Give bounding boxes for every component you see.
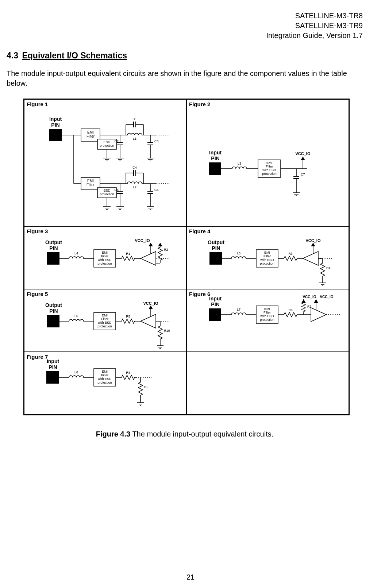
svg-text:L8: L8 — [74, 370, 78, 374]
svg-text:VCC_IO: VCC_IO — [135, 238, 150, 243]
figure-3-svg: Output PIN L4 EMI Filter with ESD protec… — [24, 227, 186, 289]
svg-text:L6: L6 — [74, 314, 78, 318]
svg-text:EMI: EMI — [87, 130, 94, 134]
svg-rect-114 — [209, 252, 222, 265]
svg-text:Output: Output — [208, 239, 224, 245]
header-line-3: Integration Guide, Version 1.7 — [7, 31, 363, 41]
svg-text:C4: C4 — [132, 166, 137, 169]
svg-text:Filter: Filter — [263, 311, 271, 314]
svg-marker-129 — [311, 243, 315, 246]
svg-text:EMI: EMI — [264, 307, 270, 311]
svg-text:PIN: PIN — [212, 245, 220, 251]
svg-text:with ESD: with ESD — [97, 377, 112, 381]
svg-text:with ESD: with ESD — [260, 314, 274, 318]
intro-paragraph: The module input-output equivalent circu… — [7, 69, 363, 88]
svg-text:protection: protection — [100, 192, 114, 196]
svg-text:Filter: Filter — [101, 254, 108, 258]
svg-text:EMI: EMI — [102, 314, 108, 317]
svg-marker-156 — [149, 305, 153, 309]
svg-rect-68 — [209, 162, 221, 175]
figure-7-svg: Input PIN L8 EMI Filter with ESD protect… — [24, 352, 186, 415]
svg-marker-179 — [314, 299, 318, 303]
svg-text:VCC_IO: VCC_IO — [303, 295, 316, 299]
svg-text:C1: C1 — [132, 117, 137, 121]
svg-text:L3: L3 — [238, 162, 241, 165]
svg-text:Input: Input — [47, 358, 59, 364]
svg-text:Output: Output — [45, 239, 62, 245]
svg-text:Filter: Filter — [101, 373, 108, 377]
header-line-2: SATELLINE-M3-TR9 — [7, 21, 363, 31]
svg-text:protection: protection — [97, 324, 112, 328]
svg-text:PIN: PIN — [211, 301, 219, 307]
svg-text:protection: protection — [260, 262, 274, 265]
page-number: 21 — [0, 573, 381, 581]
svg-text:L4: L4 — [74, 251, 78, 255]
svg-rect-86 — [47, 252, 59, 265]
svg-text:PIN: PIN — [49, 245, 58, 251]
svg-text:protection: protection — [97, 381, 112, 384]
svg-text:EMI: EMI — [102, 251, 108, 254]
svg-text:Filter: Filter — [101, 317, 108, 321]
figure-caption: Figure 4.3 The module input-output equiv… — [7, 430, 363, 438]
svg-text:C2: C2 — [114, 139, 119, 143]
svg-text:L1: L1 — [133, 137, 136, 141]
svg-text:R3: R3 — [288, 252, 293, 255]
svg-marker-101 — [149, 243, 153, 246]
svg-text:R8: R8 — [126, 371, 130, 374]
figure-5-svg: Output PIN L6 EMI Filter with ESD protec… — [24, 289, 186, 352]
svg-text:L5: L5 — [237, 251, 240, 255]
svg-text:protection: protection — [260, 318, 274, 322]
svg-text:C3: C3 — [154, 139, 159, 143]
schematic-grid: Figure 1 Input PIN — [23, 99, 350, 415]
svg-text:with ESD: with ESD — [262, 168, 276, 172]
svg-rect-164 — [209, 308, 221, 321]
svg-text:with ESD: with ESD — [260, 258, 274, 262]
svg-marker-98 — [141, 251, 156, 265]
svg-text:VCC_IO: VCC_IO — [143, 301, 158, 305]
svg-text:R2: R2 — [164, 248, 168, 251]
svg-text:PIN: PIN — [211, 155, 219, 161]
svg-text:protection: protection — [262, 172, 277, 176]
svg-text:VCC_IO: VCC_IO — [320, 295, 333, 299]
svg-text:R4: R4 — [326, 266, 331, 270]
svg-text:VCC_IO: VCC_IO — [296, 151, 311, 156]
figure-2-svg: Input PIN L3 EMI Filter with ESD protect… — [187, 100, 349, 226]
header-line-1: SATELLINE-M3-TR8 — [7, 11, 363, 21]
svg-rect-10 — [49, 129, 62, 141]
svg-text:R9: R9 — [144, 385, 149, 389]
svg-rect-192 — [46, 371, 59, 384]
svg-text:C7: C7 — [301, 173, 305, 176]
svg-marker-176 — [311, 308, 326, 322]
svg-text:Input: Input — [49, 116, 62, 122]
svg-text:Filter: Filter — [86, 134, 95, 138]
svg-text:ESD: ESD — [104, 189, 111, 192]
svg-text:C5: C5 — [114, 188, 119, 192]
svg-text:EMI: EMI — [102, 370, 108, 373]
svg-text:PIN: PIN — [49, 364, 57, 370]
svg-marker-80 — [301, 157, 305, 160]
svg-text:Filter: Filter — [86, 183, 95, 187]
figure-1-svg: Input PIN EMI Filter ESD protection — [24, 100, 186, 226]
svg-rect-141 — [47, 315, 59, 327]
svg-text:protection: protection — [97, 262, 112, 265]
svg-text:with ESD: with ESD — [97, 321, 112, 324]
svg-text:EMI: EMI — [87, 179, 94, 183]
svg-text:R5: R5 — [126, 315, 130, 318]
svg-text:PIN: PIN — [49, 308, 58, 314]
svg-text:with ESD: with ESD — [97, 258, 112, 262]
svg-text:R7: R7 — [307, 305, 312, 308]
svg-text:R6: R6 — [288, 308, 293, 312]
figure-4-svg: Output PIN L5 EMI Filter with ESD protec… — [187, 227, 349, 289]
svg-text:L7: L7 — [237, 308, 240, 311]
section-title: Equivalent I/O Schematics — [22, 51, 127, 60]
svg-text:R10: R10 — [164, 329, 170, 333]
empty-cell — [186, 352, 349, 415]
svg-text:EMI: EMI — [266, 161, 272, 165]
svg-text:VCC_IO: VCC_IO — [306, 238, 321, 243]
svg-text:protection: protection — [100, 144, 114, 147]
svg-text:Output: Output — [45, 302, 62, 308]
svg-text:Input: Input — [209, 150, 222, 155]
svg-text:C6: C6 — [154, 188, 159, 192]
svg-text:PIN: PIN — [51, 122, 59, 128]
svg-marker-126 — [303, 251, 318, 265]
